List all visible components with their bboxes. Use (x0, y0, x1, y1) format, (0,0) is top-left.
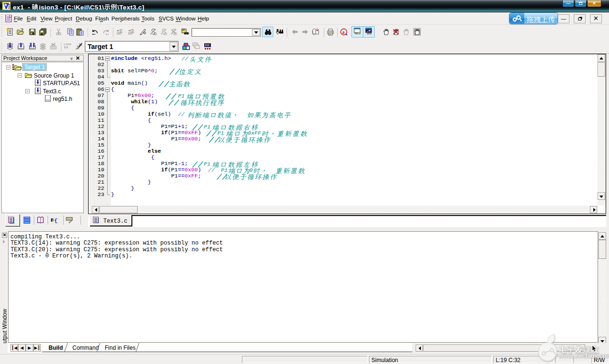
svg-text:a: a (342, 30, 345, 35)
svg-text:LOAD: LOAD (64, 43, 71, 46)
svg-text:{}: {} (54, 218, 58, 224)
